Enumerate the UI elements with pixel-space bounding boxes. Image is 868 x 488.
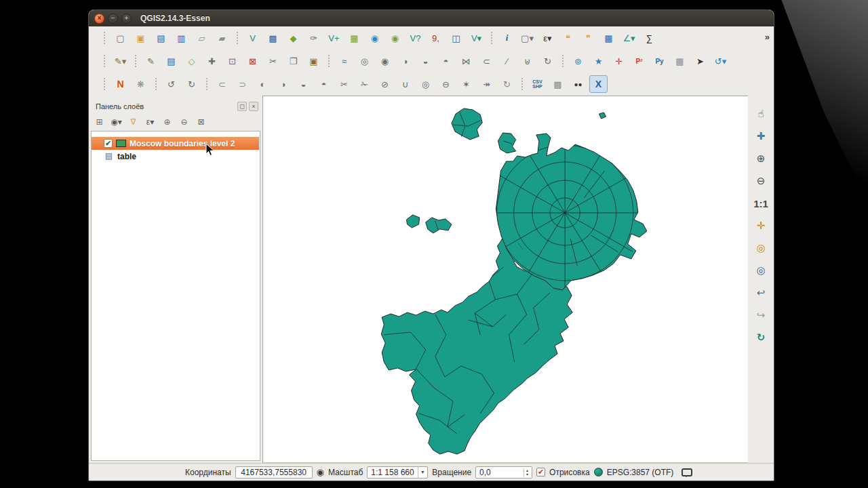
save-project-icon[interactable]: ▤	[152, 29, 170, 47]
add-feature-icon[interactable]: ◇	[182, 52, 201, 70]
window-close-button[interactable]: ×	[94, 14, 104, 24]
text-annotation-icon[interactable]: ❝	[559, 29, 577, 47]
add-group-icon[interactable]: ⊞	[92, 115, 107, 129]
message-log-icon[interactable]	[682, 468, 692, 476]
add-db-layer-icon[interactable]: ◫	[447, 29, 465, 47]
reshape-features-icon[interactable]: ⋈	[457, 52, 475, 70]
render-checkbox[interactable]: ✔	[536, 468, 545, 476]
new-spatialite-layer-icon[interactable]: ▩	[264, 29, 282, 47]
labeling-icon[interactable]: N	[111, 75, 130, 93]
panel-close-button[interactable]: ×	[249, 102, 258, 111]
identify-features-icon[interactable]: i	[498, 29, 516, 47]
offset-left-icon[interactable]: ⊂	[213, 75, 231, 93]
add-vector-layer-icon[interactable]: V+	[325, 29, 343, 47]
extent-toggle-icon[interactable]: ◉	[317, 467, 324, 477]
snapping-options-icon[interactable]: ✛	[610, 52, 628, 70]
delete-selected-icon[interactable]: ⊠	[243, 52, 262, 70]
layer-item-moscow-boundaries[interactable]: ✔ Moscow boundaries level 2	[92, 137, 259, 150]
sym-difference-tool-icon[interactable]: ◓	[315, 75, 333, 93]
zoom-last-icon[interactable]: ↩	[752, 284, 770, 302]
redo-icon[interactable]: ↻	[182, 75, 201, 93]
zoom-next-icon[interactable]: ↪	[752, 306, 770, 324]
remove-layer-icon[interactable]: ⊠	[193, 115, 209, 129]
collapse-all-icon[interactable]: ⊖	[176, 115, 192, 129]
undo-icon[interactable]: ↺	[162, 75, 180, 93]
panel-float-button[interactable]: ◻	[237, 102, 247, 111]
expand-all-icon[interactable]: ⊕	[159, 115, 175, 129]
scale-combobox[interactable]: 1:1 158 660 ▾	[367, 466, 428, 479]
layer-item-table[interactable]: ▤ table	[92, 150, 260, 163]
new-composer-icon[interactable]: ▱	[193, 29, 211, 47]
union-tool-icon[interactable]: ◐	[254, 75, 272, 93]
window-minimize-button[interactable]: −	[108, 14, 118, 24]
rotation-spinbox[interactable]: 0,0 ▴ ▾	[475, 466, 532, 479]
cut-features-icon[interactable]: ✂	[264, 52, 282, 70]
zoom-to-layer-icon[interactable]: ◎	[752, 262, 770, 279]
current-edits-icon[interactable]: ✎▾	[111, 52, 130, 70]
toggle-editing-icon[interactable]: ✎	[142, 52, 160, 70]
trim-extend-tool-icon[interactable]: ↠	[477, 75, 496, 93]
pan-map-icon[interactable]: ☝	[752, 105, 770, 123]
python-console-icon[interactable]: Py	[650, 52, 669, 70]
new-gpx-layer-icon[interactable]: ✑	[304, 29, 323, 47]
binoculars-search-icon[interactable]: ●●	[569, 75, 587, 93]
new-project-icon[interactable]: ▢	[111, 29, 130, 47]
erase-tool-icon[interactable]: ⊘	[376, 75, 394, 93]
measure-icon[interactable]: ∠▾	[620, 29, 638, 47]
checker-tool-icon[interactable]: ▩	[549, 75, 567, 93]
window-maximize-button[interactable]: +	[121, 14, 132, 24]
delete-ring-icon[interactable]: ◒	[416, 52, 435, 70]
csv-shp-tool-icon[interactable]: CSV SHP	[528, 75, 547, 93]
paste-features-icon[interactable]: ▣	[304, 52, 323, 70]
attribute-table-icon[interactable]: ▦	[599, 29, 618, 47]
offset-right-icon[interactable]: ⊃	[233, 75, 252, 93]
save-edits-icon[interactable]: ▤	[162, 52, 180, 70]
delete-part-icon[interactable]: ◓	[437, 52, 455, 70]
toolbar-overflow-button[interactable]: »	[765, 32, 770, 42]
coordinates-input[interactable]: 4167533,7555830	[235, 466, 313, 479]
refresh-map-icon[interactable]: ↻	[752, 329, 770, 346]
select-by-expression-icon[interactable]: ε▾	[538, 29, 557, 47]
zoom-native-icon[interactable]: 1:1	[752, 195, 770, 212]
dissolve-tool-icon[interactable]: ∪	[396, 75, 414, 93]
add-wms-layer-icon[interactable]: ◉	[366, 29, 384, 47]
split-features-icon[interactable]: ∕	[498, 52, 516, 70]
new-layer-menu-icon[interactable]: V▾	[467, 29, 486, 47]
filter-expression-icon[interactable]: ε▾	[142, 115, 158, 129]
node-tool-icon[interactable]: ⊡	[223, 52, 241, 70]
zoom-to-selection-icon[interactable]: ◎	[752, 239, 770, 257]
add-wcs-layer-icon[interactable]: ◉	[386, 29, 404, 47]
crs-status-icon[interactable]	[594, 468, 603, 476]
excel-export-icon[interactable]: X	[589, 75, 608, 93]
add-delimited-text-icon[interactable]: 9,	[427, 29, 445, 47]
statistics-icon[interactable]: ∑	[640, 29, 658, 47]
chevron-down-icon[interactable]: ▾	[418, 467, 424, 478]
paint-effects-icon[interactable]: ❋	[132, 75, 150, 93]
spinner-arrows-icon[interactable]: ▴ ▾	[524, 468, 528, 476]
simplify-feature-icon[interactable]: ≈	[335, 52, 353, 70]
explode-tool-icon[interactable]: ✶	[457, 75, 475, 93]
filter-legend-icon[interactable]: ∇	[125, 115, 141, 129]
fill-ring-icon[interactable]: ◑	[396, 52, 414, 70]
map-canvas[interactable]	[262, 96, 748, 463]
clip-tool-icon[interactable]: ✂	[335, 75, 353, 93]
add-part-icon[interactable]: ◉	[376, 52, 394, 70]
buffer-tool-icon[interactable]: ◎	[416, 75, 435, 93]
save-project-as-icon[interactable]: ▥	[172, 29, 191, 47]
select-features-icon[interactable]: ▢▾	[518, 29, 536, 47]
window-titlebar[interactable]: × − + QGIS2.14.3-Essen	[89, 10, 774, 26]
rotate-feature-icon[interactable]: ↻	[538, 52, 557, 70]
spin-down-icon[interactable]: ▾	[526, 472, 528, 476]
zoom-full-icon[interactable]: ✛	[752, 217, 770, 235]
new-geopackage-layer-icon[interactable]: ◆	[284, 29, 302, 47]
merge-features-icon[interactable]: ⊎	[518, 52, 536, 70]
select-arrow-icon[interactable]: ➤	[691, 52, 709, 70]
move-feature-icon[interactable]: ✚	[203, 52, 221, 70]
add-ring-icon[interactable]: ◎	[355, 52, 374, 70]
pan-to-selection-icon[interactable]: ✚	[752, 127, 770, 145]
composer-manager-icon[interactable]: ▰	[213, 29, 231, 47]
form-annotation-icon[interactable]: ❞	[579, 29, 597, 47]
intersection-tool-icon[interactable]: ◑	[274, 75, 292, 93]
manage-themes-icon[interactable]: ◉▾	[108, 115, 124, 129]
split-tool-icon[interactable]: ✁	[355, 75, 374, 93]
